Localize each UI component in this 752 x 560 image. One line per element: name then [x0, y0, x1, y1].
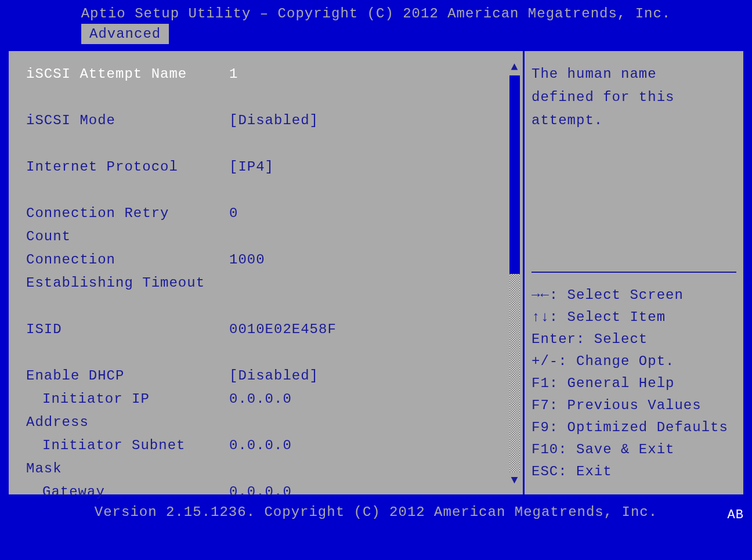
setting-label: Connection	[26, 248, 229, 272]
key-help: →←: Select Screen↑↓: Select ItemEnter: S…	[532, 284, 736, 483]
footer-text: Version 2.15.1236. Copyright (C) 2012 Am…	[95, 504, 657, 520]
key-help-line: Enter: Select	[532, 328, 736, 351]
setting-value: 0010E02E458F	[229, 318, 337, 341]
scroll-thumb[interactable]	[509, 75, 520, 274]
setting-value: [Disabled]	[229, 109, 319, 132]
footer-bar: Version 2.15.1236. Copyright (C) 2012 Am…	[0, 498, 752, 523]
settings-list: iSCSI Attempt Name1iSCSI Mode[Disabled]I…	[9, 51, 507, 494]
main-panel: iSCSI Attempt Name1iSCSI Mode[Disabled]I…	[7, 49, 745, 496]
key-help-line: +/-: Change Opt.	[532, 351, 736, 373]
setting-label: Connection Retry	[26, 202, 229, 225]
spacer	[26, 132, 507, 156]
title-text: Aptio Setup Utility – Copyright (C) 2012…	[81, 6, 671, 21]
key-help-line: F7: Previous Values	[532, 395, 736, 417]
setting-value: [Disabled]	[229, 364, 319, 388]
setting-label: Address	[26, 411, 229, 434]
setting-value: 0.0.0.0	[229, 388, 292, 411]
setting-label: Initiator IP	[26, 388, 229, 411]
setting-label: iSCSI Attempt Name	[26, 63, 229, 86]
scroll-up-icon[interactable]: ▲	[511, 62, 518, 73]
setting-row[interactable]: Count	[26, 225, 507, 248]
spacer	[26, 341, 507, 364]
key-help-line: F1: General Help	[532, 373, 736, 395]
setting-row[interactable]: ISID0010E02E458F	[26, 318, 507, 341]
setting-row[interactable]: Initiator Subnet0.0.0.0	[26, 434, 507, 457]
setting-row[interactable]: Internet Protocol[IP4]	[26, 156, 507, 179]
setting-row[interactable]: Connection Retry0	[26, 202, 507, 225]
setting-row[interactable]: Address	[26, 411, 507, 434]
setting-value: 1000	[229, 248, 265, 272]
title-bar: Aptio Setup Utility – Copyright (C) 2012…	[0, 0, 752, 24]
key-help-line: ESC: Exit	[532, 461, 736, 483]
setting-row[interactable]: Mask	[26, 457, 507, 480]
footer-corner: AB	[728, 508, 744, 522]
help-panel: The human name defined for this attempt.…	[523, 51, 743, 494]
setting-row[interactable]: Establishing Timeout	[26, 272, 507, 295]
setting-label: Internet Protocol	[26, 156, 229, 179]
key-help-line: F9: Optimized Defaults	[532, 417, 736, 439]
setting-label: iSCSI Mode	[26, 109, 229, 132]
spacer	[26, 179, 507, 202]
setting-label: Establishing Timeout	[26, 272, 229, 295]
scroll-down-icon[interactable]: ▼	[511, 475, 518, 486]
help-text: The human name defined for this attempt.	[532, 63, 736, 266]
setting-label: Enable DHCP	[26, 364, 229, 388]
setting-label: ISID	[26, 318, 229, 341]
key-help-line: ↑↓: Select Item	[532, 306, 736, 328]
tab-bar: Advanced	[0, 24, 752, 47]
setting-row[interactable]: Initiator IP0.0.0.0	[26, 388, 507, 411]
spacer	[26, 86, 507, 109]
setting-value: 1	[229, 63, 238, 86]
setting-value: [IP4]	[229, 156, 274, 179]
setting-row[interactable]: iSCSI Mode[Disabled]	[26, 109, 507, 132]
setting-label: Mask	[26, 457, 229, 480]
tab-advanced[interactable]: Advanced	[81, 24, 169, 44]
setting-row[interactable]: Enable DHCP[Disabled]	[26, 364, 507, 388]
scroll-track[interactable]	[509, 75, 520, 472]
setting-value: 0.0.0.0	[229, 434, 292, 457]
scrollbar[interactable]: ▲ ▼	[507, 51, 523, 494]
setting-value: 0	[229, 202, 238, 225]
key-help-line: →←: Select Screen	[532, 284, 736, 306]
key-help-line: F10: Save & Exit	[532, 439, 736, 461]
setting-label: Count	[26, 225, 229, 248]
setting-row[interactable]: Connection1000	[26, 248, 507, 272]
spacer	[26, 295, 507, 318]
setting-label: Initiator Subnet	[26, 434, 229, 457]
divider	[532, 272, 736, 273]
setting-row[interactable]: iSCSI Attempt Name1	[26, 63, 507, 86]
